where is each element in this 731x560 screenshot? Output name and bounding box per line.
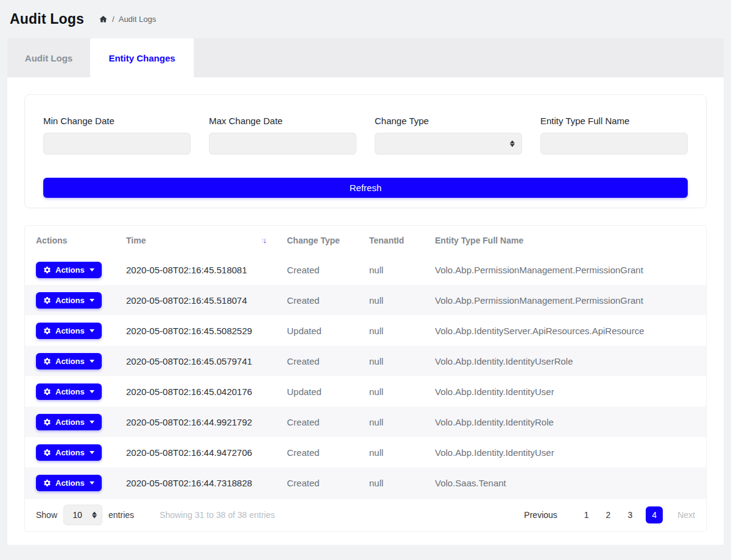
row-time-cell: 2020-05-08T02:16:45.0579741 bbox=[115, 346, 276, 376]
row-entity-type-cell: Volo.Abp.Identity.IdentityUserRole bbox=[424, 346, 706, 376]
change-type-label: Change Type bbox=[375, 114, 522, 128]
gear-icon bbox=[43, 327, 51, 335]
page-title: Audit Logs bbox=[10, 11, 84, 27]
caret-down-icon bbox=[90, 299, 94, 302]
gear-icon bbox=[43, 479, 51, 487]
column-header-time-label: Time bbox=[126, 236, 146, 245]
row-change-type-cell: Created bbox=[276, 285, 358, 315]
table-row: Actions 2020-05-08T02:16:44.7318828 Crea… bbox=[25, 467, 706, 498]
row-actions-label: Actions bbox=[55, 478, 85, 488]
table-footer: Show entries Showing 31 to 38 of 38 entr… bbox=[25, 498, 706, 531]
caret-down-icon bbox=[90, 329, 94, 332]
row-actions-button[interactable]: Actions bbox=[36, 444, 102, 461]
pagination-page-1[interactable]: 1 bbox=[584, 510, 589, 520]
row-actions-label: Actions bbox=[55, 265, 85, 275]
table-row: Actions 2020-05-08T02:16:45.518074 Creat… bbox=[25, 285, 706, 315]
breadcrumb-separator: / bbox=[112, 15, 115, 24]
row-actions-cell: Actions bbox=[25, 376, 115, 407]
table-header-row: Actions Time ↑↓ Change Type TenantId Ent… bbox=[25, 226, 706, 254]
row-time-cell: 2020-05-08T02:16:45.5082529 bbox=[115, 315, 276, 346]
gear-icon bbox=[43, 357, 51, 365]
sort-icon[interactable]: ↑↓ bbox=[261, 236, 265, 245]
row-actions-button[interactable]: Actions bbox=[36, 475, 102, 491]
row-tenant-id-cell: null bbox=[358, 376, 424, 407]
row-actions-cell: Actions bbox=[25, 315, 115, 346]
column-header-entity-type: Entity Type Full Name bbox=[424, 226, 706, 254]
filter-entity-type: Entity Type Full Name bbox=[540, 114, 688, 155]
row-actions-label: Actions bbox=[55, 448, 85, 457]
row-change-type-cell: Created bbox=[276, 467, 358, 498]
row-entity-type-cell: Volo.Saas.Tenant bbox=[424, 467, 706, 498]
pagination-previous[interactable]: Previous bbox=[524, 510, 557, 520]
home-icon[interactable] bbox=[99, 15, 108, 24]
row-change-type-cell: Created bbox=[276, 407, 358, 437]
row-tenant-id-cell: null bbox=[358, 467, 424, 498]
row-tenant-id-cell: null bbox=[358, 254, 424, 285]
row-actions-button[interactable]: Actions bbox=[36, 383, 102, 400]
breadcrumb: / Audit Logs bbox=[99, 15, 156, 24]
row-tenant-id-cell: null bbox=[358, 315, 424, 346]
tab-audit-logs-label: Audit Logs bbox=[25, 53, 72, 63]
max-change-date-label: Max Change Date bbox=[209, 114, 356, 128]
max-change-date-input[interactable] bbox=[209, 133, 356, 155]
table-row: Actions 2020-05-08T02:16:45.0579741 Crea… bbox=[25, 346, 706, 376]
row-actions-button[interactable]: Actions bbox=[36, 262, 102, 278]
row-entity-type-cell: Volo.Abp.Identity.IdentityUser bbox=[424, 437, 706, 467]
row-tenant-id-cell: null bbox=[358, 407, 424, 437]
row-entity-type-cell: Volo.Abp.IdentityServer.ApiResources.Api… bbox=[424, 315, 706, 346]
pagination-page-2[interactable]: 2 bbox=[606, 510, 611, 520]
column-header-change-type: Change Type bbox=[276, 226, 358, 254]
caret-down-icon bbox=[90, 268, 94, 271]
caret-down-icon bbox=[90, 360, 94, 363]
row-time-cell: 2020-05-08T02:16:45.518081 bbox=[115, 254, 276, 285]
column-header-time[interactable]: Time ↑↓ bbox=[115, 226, 276, 254]
page-header: Audit Logs / Audit Logs bbox=[0, 0, 731, 38]
row-actions-cell: Actions bbox=[25, 346, 115, 376]
tab-strip: Audit Logs Entity Changes bbox=[7, 38, 724, 77]
change-type-select[interactable] bbox=[375, 133, 522, 155]
row-actions-button[interactable]: Actions bbox=[36, 292, 102, 309]
showing-entries-text: Showing 31 to 38 of 38 entries bbox=[160, 510, 275, 520]
min-change-date-input[interactable] bbox=[43, 133, 191, 155]
pagination-next[interactable]: Next bbox=[677, 510, 695, 520]
page-size-select[interactable] bbox=[63, 505, 102, 525]
row-actions-label: Actions bbox=[55, 296, 85, 305]
table-row: Actions 2020-05-08T02:16:44.9472706 Crea… bbox=[25, 437, 706, 467]
row-entity-type-cell: Volo.Abp.PermissionManagement.Permission… bbox=[424, 285, 706, 315]
row-entity-type-cell: Volo.Abp.Identity.IdentityRole bbox=[424, 407, 706, 437]
column-header-tenant-id: TenantId bbox=[358, 226, 424, 254]
row-actions-label: Actions bbox=[55, 418, 85, 427]
pagination-page-4-active[interactable]: 4 bbox=[646, 506, 663, 523]
row-actions-label: Actions bbox=[55, 357, 85, 366]
row-time-cell: 2020-05-08T02:16:44.9472706 bbox=[115, 437, 276, 467]
entity-changes-table-card: Actions Time ↑↓ Change Type TenantId Ent… bbox=[24, 225, 707, 532]
row-change-type-cell: Created bbox=[276, 437, 358, 467]
row-tenant-id-cell: null bbox=[358, 346, 424, 376]
pagination: Previous 1 2 3 4 Next bbox=[524, 506, 695, 523]
row-change-type-cell: Updated bbox=[276, 376, 358, 407]
tab-entity-changes[interactable]: Entity Changes bbox=[90, 38, 194, 77]
row-change-type-cell: Created bbox=[276, 254, 358, 285]
gear-icon bbox=[43, 449, 51, 457]
table-row: Actions 2020-05-08T02:16:45.518081 Creat… bbox=[25, 254, 706, 285]
entity-type-input[interactable] bbox=[540, 133, 688, 155]
caret-down-icon bbox=[90, 451, 94, 454]
refresh-button[interactable]: Refresh bbox=[43, 178, 688, 198]
row-tenant-id-cell: null bbox=[358, 285, 424, 315]
row-actions-label: Actions bbox=[55, 326, 85, 335]
caret-down-icon bbox=[90, 390, 94, 393]
row-actions-button[interactable]: Actions bbox=[36, 323, 102, 339]
row-time-cell: 2020-05-08T02:16:44.7318828 bbox=[115, 467, 276, 498]
row-actions-cell: Actions bbox=[25, 254, 115, 285]
gear-icon bbox=[43, 388, 51, 396]
tab-audit-logs[interactable]: Audit Logs bbox=[7, 38, 90, 77]
row-time-cell: 2020-05-08T02:16:45.0420176 bbox=[115, 376, 276, 407]
filter-card: Min Change Date Max Change Date Change T… bbox=[24, 94, 707, 208]
row-actions-cell: Actions bbox=[25, 407, 115, 437]
row-actions-button[interactable]: Actions bbox=[36, 353, 102, 369]
tab-entity-changes-label: Entity Changes bbox=[108, 53, 175, 63]
row-actions-label: Actions bbox=[55, 387, 85, 396]
pagination-page-3[interactable]: 3 bbox=[627, 510, 632, 520]
row-change-type-cell: Updated bbox=[276, 315, 358, 346]
row-actions-button[interactable]: Actions bbox=[36, 414, 102, 430]
